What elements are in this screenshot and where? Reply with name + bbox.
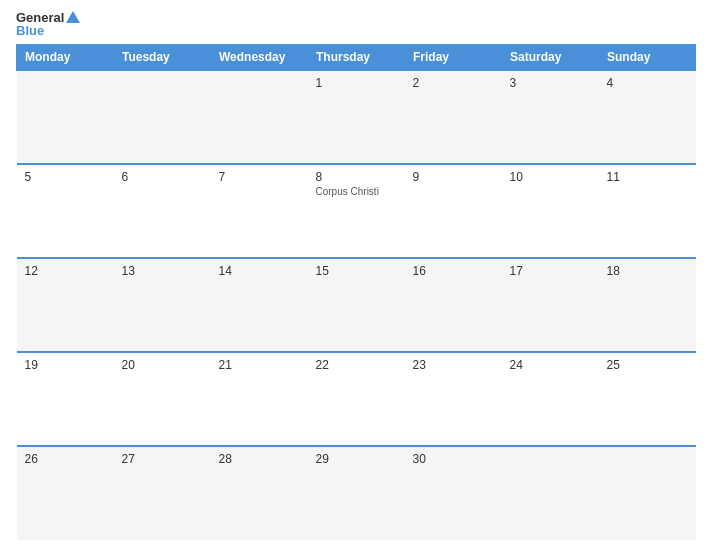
calendar-cell: 19 (17, 352, 114, 446)
week-row-1: 5678Corpus Christi91011 (17, 164, 696, 258)
day-number: 22 (316, 358, 397, 372)
day-number: 16 (413, 264, 494, 278)
logo-triangle-icon (66, 11, 80, 23)
calendar-cell (114, 70, 211, 164)
day-number: 23 (413, 358, 494, 372)
logo-blue: Blue (16, 23, 44, 38)
calendar-cell: 16 (405, 258, 502, 352)
calendar-cell: 29 (308, 446, 405, 540)
day-number: 12 (25, 264, 106, 278)
calendar-cell: 4 (599, 70, 696, 164)
day-number: 30 (413, 452, 494, 466)
calendar-cell: 12 (17, 258, 114, 352)
week-row-0: 1234 (17, 70, 696, 164)
calendar-cell (211, 70, 308, 164)
calendar-cell: 27 (114, 446, 211, 540)
week-row-2: 12131415161718 (17, 258, 696, 352)
weekday-wednesday: Wednesday (211, 45, 308, 71)
calendar-cell: 5 (17, 164, 114, 258)
day-number: 19 (25, 358, 106, 372)
day-number: 26 (25, 452, 106, 466)
calendar-table: MondayTuesdayWednesdayThursdayFridaySatu… (16, 44, 696, 540)
calendar-cell: 20 (114, 352, 211, 446)
weekday-friday: Friday (405, 45, 502, 71)
calendar-cell: 3 (502, 70, 599, 164)
day-number: 3 (510, 76, 591, 90)
day-number: 4 (607, 76, 688, 90)
calendar-cell (17, 70, 114, 164)
day-number: 24 (510, 358, 591, 372)
weekday-header-row: MondayTuesdayWednesdayThursdayFridaySatu… (17, 45, 696, 71)
weekday-tuesday: Tuesday (114, 45, 211, 71)
calendar-cell: 11 (599, 164, 696, 258)
day-number: 21 (219, 358, 300, 372)
calendar-cell: 9 (405, 164, 502, 258)
calendar-cell: 7 (211, 164, 308, 258)
calendar-header: General Blue (16, 10, 696, 38)
day-number: 15 (316, 264, 397, 278)
calendar-cell: 22 (308, 352, 405, 446)
calendar-cell: 30 (405, 446, 502, 540)
day-number: 28 (219, 452, 300, 466)
day-number: 10 (510, 170, 591, 184)
calendar-cell: 18 (599, 258, 696, 352)
calendar-cell (599, 446, 696, 540)
calendar-cell: 2 (405, 70, 502, 164)
calendar-cell: 17 (502, 258, 599, 352)
day-number: 20 (122, 358, 203, 372)
calendar-cell: 28 (211, 446, 308, 540)
day-number: 5 (25, 170, 106, 184)
weekday-monday: Monday (17, 45, 114, 71)
day-number: 9 (413, 170, 494, 184)
day-number: 13 (122, 264, 203, 278)
day-number: 6 (122, 170, 203, 184)
day-number: 7 (219, 170, 300, 184)
logo: General Blue (16, 10, 80, 38)
day-number: 17 (510, 264, 591, 278)
day-number: 29 (316, 452, 397, 466)
calendar-cell: 14 (211, 258, 308, 352)
day-number: 8 (316, 170, 397, 184)
day-number: 11 (607, 170, 688, 184)
day-number: 1 (316, 76, 397, 90)
day-number: 27 (122, 452, 203, 466)
calendar-cell: 1 (308, 70, 405, 164)
calendar-cell: 25 (599, 352, 696, 446)
calendar-cell: 10 (502, 164, 599, 258)
week-row-3: 19202122232425 (17, 352, 696, 446)
calendar-cell: 21 (211, 352, 308, 446)
week-row-4: 2627282930 (17, 446, 696, 540)
weekday-saturday: Saturday (502, 45, 599, 71)
calendar-cell: 24 (502, 352, 599, 446)
calendar-cell: 15 (308, 258, 405, 352)
day-number: 2 (413, 76, 494, 90)
calendar-cell (502, 446, 599, 540)
calendar-cell: 23 (405, 352, 502, 446)
calendar-cell: 26 (17, 446, 114, 540)
weekday-thursday: Thursday (308, 45, 405, 71)
day-number: 25 (607, 358, 688, 372)
day-number: 18 (607, 264, 688, 278)
day-number: 14 (219, 264, 300, 278)
calendar-cell: 6 (114, 164, 211, 258)
calendar-cell: 8Corpus Christi (308, 164, 405, 258)
calendar-cell: 13 (114, 258, 211, 352)
event-label: Corpus Christi (316, 186, 397, 197)
weekday-sunday: Sunday (599, 45, 696, 71)
